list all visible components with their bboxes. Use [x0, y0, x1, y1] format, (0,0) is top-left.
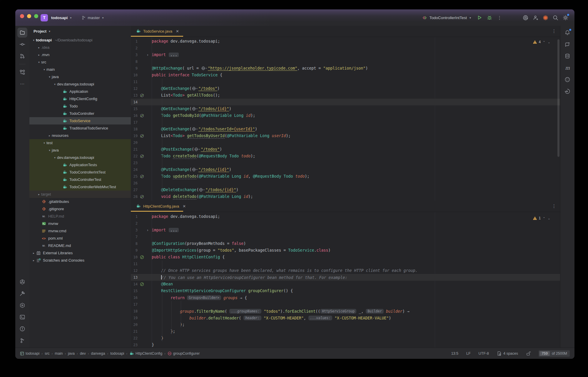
project-widget[interactable]: todosapi — [51, 16, 68, 20]
code-line-17[interactable]: 17 — [131, 301, 560, 308]
code-line-18[interactable]: 18 groups.filterByName( ...groupNames: "… — [131, 308, 560, 314]
editor-tab-httpclientconfig.java[interactable]: HttpClientConfig.java✕ — [131, 201, 190, 211]
tree-item-todocontroller[interactable]: TodoController — [29, 110, 131, 117]
tree-expand-closed-icon[interactable]: ▸ — [31, 259, 36, 262]
code-line-24[interactable]: 24 @PutExchange(▾"/todos/{id}") — [131, 166, 560, 173]
breadcrumb-item-groupconfigurer[interactable]: groupConfigurer — [168, 351, 200, 356]
code-line-2[interactable]: 2 — [131, 45, 560, 51]
breadcrumb-item-main[interactable]: main — [55, 351, 63, 356]
commit-icon[interactable] — [17, 39, 27, 49]
code-line-28[interactable]: 28 void deleteTodo(@PathVariable Long id… — [131, 193, 560, 200]
tree-item-httpclientconfig[interactable]: HttpClientConfig — [29, 95, 131, 102]
ai-assistant-icon[interactable] — [562, 39, 572, 49]
code-line-10[interactable]: 10public interface TodoService { — [131, 72, 560, 78]
vcs-graph-icon[interactable] — [17, 51, 27, 61]
code-line-21[interactable]: 21 }; — [131, 328, 560, 335]
tree-item-readme.md[interactable]: M↓README.md — [29, 242, 131, 249]
tree-item-scratches-and-consoles[interactable]: ▸Scratches and Consoles — [29, 257, 131, 264]
tree-expand-closed-icon[interactable]: ▸ — [37, 53, 41, 56]
tab-options-icon[interactable]: ⋮ — [552, 201, 556, 211]
caret-position[interactable]: 13:5 — [451, 351, 458, 356]
debug-button[interactable] — [485, 13, 495, 23]
tree-item-resources[interactable]: ▸resources — [29, 132, 131, 139]
endpoint-gutter-icon[interactable] — [140, 174, 144, 179]
code-line-7[interactable]: 7 — [131, 233, 560, 240]
dependencies-icon[interactable] — [562, 75, 572, 85]
git-icon[interactable] — [17, 336, 27, 346]
bean-gutter-icon[interactable] — [140, 282, 144, 286]
editor-tab-todoservice.java[interactable]: TodoService.java✕ — [131, 26, 183, 36]
tree-item-main[interactable]: ▾main — [29, 66, 131, 73]
code-line-16[interactable]: 16 Todo getTodoById(@PathVariable Long i… — [131, 112, 560, 119]
fold-arrow-icon[interactable]: › — [145, 53, 150, 57]
code-line-12[interactable]: 12 // Once HTTP services groups have bee… — [131, 267, 560, 274]
breadcrumb-item-java[interactable]: java — [68, 351, 75, 356]
editor-todoservice[interactable]: 1package dev.danvega.todosapi;23›import … — [131, 37, 560, 201]
inspection-widget[interactable]: 4⌃⌃ — [533, 40, 550, 44]
settings-icon[interactable] — [560, 13, 570, 23]
code-line-19[interactable]: 19 builder.defaultHeader( header: "X-CUS… — [131, 314, 560, 321]
tree-item-.mvn[interactable]: ▸.mvn — [29, 51, 131, 58]
file-encoding[interactable]: UTF-8 — [479, 351, 489, 356]
code-line-25[interactable]: 25 Todo updateTodo(@PathVariable Long id… — [131, 173, 560, 180]
vcs-branch-widget[interactable]: master ▾ — [81, 16, 104, 20]
more-icon[interactable]: ⋯ — [17, 79, 27, 89]
tree-item-java[interactable]: ▾java — [29, 147, 131, 154]
tree-item-application[interactable]: Application — [29, 88, 131, 95]
code-line-14[interactable]: 14 @Bean — [131, 281, 560, 287]
project-avatar[interactable]: T — [41, 14, 48, 21]
endpoint-gutter-icon[interactable] — [140, 134, 144, 138]
tree-item-mvnw[interactable]: mvnw — [29, 220, 131, 227]
prev-warning-icon[interactable]: ⌃ — [542, 41, 545, 44]
code-line-23[interactable]: 23} — [131, 341, 560, 348]
code-line-8[interactable]: 8 — [131, 58, 560, 65]
beans-icon[interactable] — [17, 277, 27, 287]
tree-item-src[interactable]: ▾src — [29, 58, 131, 66]
tree-expand-open-icon[interactable]: ▾ — [37, 61, 41, 64]
endpoint-gutter-icon[interactable] — [140, 195, 144, 199]
tree-item-pom.xml[interactable]: <>pom.xml — [29, 235, 131, 242]
tree-item-dev.danvega.todosapi[interactable]: ▾dev.danvega.todosapi — [29, 80, 131, 88]
breadcrumb-item-httpclientconfig[interactable]: HttpClientConfig — [129, 351, 162, 356]
url-globe-icon[interactable]: ▾ — [199, 188, 205, 192]
tree-item-external-libraries[interactable]: ▸External Libraries — [29, 249, 131, 257]
code-line-3[interactable]: 3›import ... — [131, 227, 560, 233]
tree-item-todocontrollerinttest[interactable]: TodoControllerIntTest — [29, 169, 131, 176]
url-globe-icon[interactable]: ▾ — [192, 107, 198, 111]
tree-item-target[interactable]: ▸target — [29, 191, 131, 198]
code-line-18[interactable]: 18 @GetExchange(▾"/todos?userId={userId}… — [131, 126, 560, 132]
tree-item-todo[interactable]: Todo — [29, 102, 131, 110]
tree-item-todosapi[interactable]: ▾todosapi~/Downloads/todosapi — [29, 36, 131, 44]
tree-item-dev.danvega.todosapi[interactable]: ▾dev.danvega.todosapi — [29, 154, 131, 161]
tree-expand-open-icon[interactable]: ▾ — [47, 75, 52, 78]
tree-item-.idea[interactable]: ▸.idea — [29, 44, 131, 51]
url-globe-icon[interactable]: ▾ — [192, 87, 198, 90]
code-line-3[interactable]: 3›import ... — [131, 51, 560, 58]
breadcrumb-item-todosapi[interactable]: todosapi — [20, 351, 39, 356]
tree-expand-closed-icon[interactable]: ▸ — [31, 252, 36, 255]
memory-indicator[interactable]: 759 of 2500M — [539, 350, 570, 357]
structure-icon[interactable] — [17, 67, 27, 77]
tree-expand-closed-icon[interactable]: ▸ — [37, 193, 41, 196]
maven-icon[interactable]: m — [562, 63, 572, 73]
url-globe-icon[interactable]: ▾ — [192, 168, 198, 171]
url-globe-icon[interactable]: ▾ — [201, 66, 207, 70]
terminal-icon[interactable] — [17, 312, 27, 322]
editor-httpclientconfig[interactable]: 1package dev.danvega.todosapi;23›import … — [131, 212, 560, 349]
bean-gutter-icon[interactable] — [140, 255, 144, 259]
tree-item-traditionaltodoservice[interactable]: TraditionalTodoService — [29, 124, 131, 132]
next-warning-icon[interactable]: ⌃ — [547, 217, 550, 220]
endpoints-icon[interactable] — [562, 86, 572, 96]
inspection-widget[interactable]: 1⌃⌃ — [533, 216, 550, 220]
url-globe-icon[interactable]: ▾ — [194, 147, 200, 151]
search-everywhere-icon[interactable] — [550, 13, 560, 23]
breadcrumb-item-todosapi[interactable]: todosapi — [110, 351, 124, 356]
window-controls[interactable] — [20, 14, 38, 18]
tree-item-java[interactable]: ▾java — [29, 73, 131, 80]
more-run-actions-button[interactable]: ⋮ — [495, 13, 505, 23]
code-line-9[interactable]: 9@ImportHttpServices(group = "todos", ba… — [131, 247, 560, 254]
fold-arrow-icon[interactable]: › — [145, 228, 150, 232]
line-ending[interactable]: LF — [466, 351, 471, 356]
breadcrumb-item-src[interactable]: src — [45, 351, 50, 356]
code-line-2[interactable]: 2 — [131, 220, 560, 227]
